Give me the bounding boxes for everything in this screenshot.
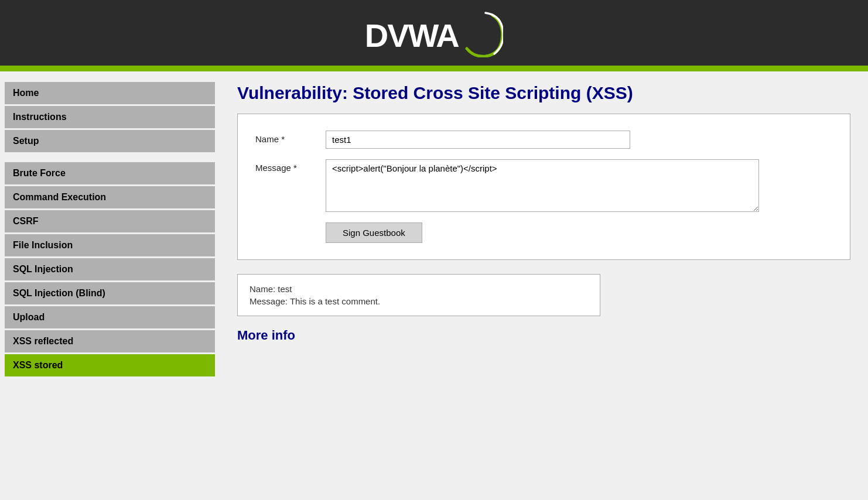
layout: Home Instructions Setup Brute Force Comm… bbox=[0, 71, 868, 489]
comment-message: Message: This is a test comment. bbox=[250, 296, 588, 306]
name-input[interactable] bbox=[326, 131, 630, 149]
name-label: Name * bbox=[255, 131, 326, 144]
sidebar-item-sql-injection[interactable]: SQL Injection bbox=[5, 258, 215, 280]
message-row: Message * <script>alert("Bonjour la plan… bbox=[255, 159, 832, 212]
form-box: Name * Message * <script>alert("Bonjour … bbox=[237, 114, 850, 260]
name-row: Name * bbox=[255, 131, 832, 149]
sidebar-item-sql-injection-blind[interactable]: SQL Injection (Blind) bbox=[5, 282, 215, 304]
sidebar-item-xss-reflected[interactable]: XSS reflected bbox=[5, 330, 215, 352]
sidebar-item-setup[interactable]: Setup bbox=[5, 130, 215, 152]
sidebar-spacer bbox=[5, 154, 215, 162]
sidebar-item-brute-force[interactable]: Brute Force bbox=[5, 162, 215, 184]
sidebar: Home Instructions Setup Brute Force Comm… bbox=[0, 71, 220, 489]
logo-text: DVWA bbox=[365, 16, 459, 54]
sidebar-item-file-inclusion[interactable]: File Inclusion bbox=[5, 234, 215, 256]
sidebar-item-home[interactable]: Home bbox=[5, 82, 215, 104]
sidebar-item-command-execution[interactable]: Command Execution bbox=[5, 186, 215, 208]
more-info-title: More info bbox=[237, 328, 850, 343]
comment-name: Name: test bbox=[250, 284, 588, 294]
sidebar-group-top: Home Instructions Setup bbox=[5, 82, 215, 152]
sidebar-item-instructions[interactable]: Instructions bbox=[5, 106, 215, 128]
header: DVWA bbox=[0, 0, 868, 68]
message-label: Message * bbox=[255, 159, 326, 173]
submit-row: Sign Guestbook bbox=[255, 222, 832, 243]
comment-box: Name: test Message: This is a test comme… bbox=[237, 274, 600, 316]
page-title: Vulnerability: Stored Cross Site Scripti… bbox=[237, 83, 850, 103]
main-content: Vulnerability: Stored Cross Site Scripti… bbox=[220, 71, 868, 489]
sidebar-item-xss-stored[interactable]: XSS stored bbox=[5, 354, 215, 376]
sidebar-item-csrf[interactable]: CSRF bbox=[5, 210, 215, 232]
sign-guestbook-button[interactable]: Sign Guestbook bbox=[326, 222, 422, 243]
sidebar-group-vuln: Brute Force Command Execution CSRF File … bbox=[5, 162, 215, 376]
message-textarea[interactable]: <script>alert("Bonjour la planète")</scr… bbox=[326, 159, 759, 212]
logo-swirl-icon bbox=[456, 11, 503, 60]
logo-container: DVWA bbox=[365, 11, 503, 60]
sidebar-item-upload[interactable]: Upload bbox=[5, 306, 215, 328]
